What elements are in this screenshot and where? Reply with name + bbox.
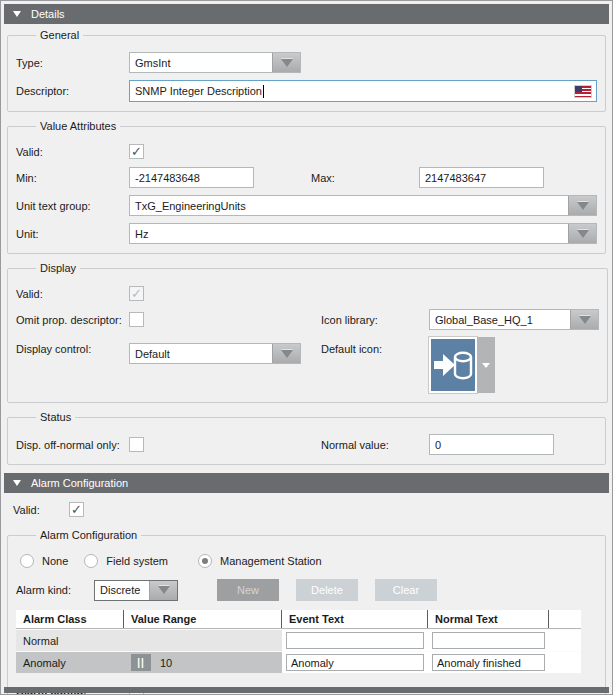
text-caret: [263, 85, 264, 98]
normal-value-input[interactable]: 0: [429, 434, 554, 455]
omit-descriptor-label: Omit prop. descriptor:: [16, 314, 129, 326]
group-general-legend: General: [36, 29, 83, 41]
checkmark-icon: [131, 287, 142, 300]
normal-text-input[interactable]: [432, 632, 545, 649]
section-header-alarm-configuration[interactable]: Alarm Configuration: [4, 473, 609, 493]
group-value-attributes: Value Attributes Valid: Min: -2147483648…: [7, 120, 606, 254]
dropdown-arrow-icon[interactable]: [272, 344, 300, 363]
default-icon-label: Default icon:: [321, 343, 429, 355]
alarm-kind-label: Alarm kind:: [16, 584, 94, 596]
alarm-valid-label: Valid:: [13, 504, 69, 516]
display-valid-label: Valid:: [16, 288, 129, 300]
normal-value: 0: [435, 439, 441, 451]
radio-circle-icon: [20, 554, 34, 568]
min-input[interactable]: -2147483648: [129, 167, 254, 188]
unit-text-group-row: Unit text group: TxG_EngineeringUnits: [16, 195, 597, 216]
value-range-value: 10: [160, 657, 172, 669]
group-general: General Type: GmsInt Descriptor: SNMP In…: [7, 29, 606, 112]
descriptor-input[interactable]: SNMP Integer Description: [129, 80, 597, 102]
cell-alarm-class: Normal: [16, 630, 124, 651]
section-header-details[interactable]: Details: [4, 4, 609, 24]
icon-library-label: Icon library:: [321, 314, 429, 326]
omit-descriptor-checkbox[interactable]: [129, 312, 144, 327]
type-dropdown-value: GmsInt: [130, 53, 272, 72]
default-icon-picker[interactable]: [429, 337, 495, 393]
min-value: -2147483648: [135, 172, 200, 184]
icon-library-dropdown[interactable]: Global_Base_HQ_1: [429, 309, 599, 330]
radio-management-station[interactable]: Management Station: [198, 554, 322, 568]
alarm-source-radio-group: None Field system Management Station: [16, 552, 597, 569]
icon-picker-arrow-icon[interactable]: [477, 337, 495, 393]
type-row: Type: GmsInt: [16, 52, 597, 73]
max-label: Max:: [311, 172, 419, 184]
table-row-anomaly[interactable]: Anomaly || 10 Anomaly Anomaly finished: [16, 652, 581, 673]
table-row-normal[interactable]: Normal: [16, 630, 581, 651]
alarm-valid-row: Valid:: [1, 502, 612, 517]
dropdown-arrow-icon[interactable]: [149, 581, 177, 600]
alarm-table-header: Alarm Class Value Range Event Text Norma…: [16, 610, 581, 629]
cell-normal-text: Anomaly finished: [428, 652, 549, 673]
section-title-details: Details: [31, 8, 65, 20]
unit-text-group-label: Unit text group:: [16, 200, 129, 212]
group-status: Status Disp. off-normal only: Normal val…: [7, 411, 606, 465]
radio-circle-icon: [84, 554, 98, 568]
alarm-class-table: Alarm Class Value Range Event Text Norma…: [16, 610, 581, 673]
type-dropdown[interactable]: GmsInt: [129, 52, 301, 73]
radio-field-system[interactable]: Field system: [84, 554, 168, 568]
valid-label: Valid:: [16, 146, 129, 158]
disp-off-normal-checkbox[interactable]: [129, 437, 144, 452]
descriptor-row: Descriptor: SNMP Integer Description: [16, 80, 597, 102]
valid-row: Valid:: [16, 143, 597, 160]
unit-text-group-value: TxG_EngineeringUnits: [130, 196, 568, 215]
status-row: Disp. off-normal only: Normal value: 0: [16, 434, 597, 455]
radio-circle-icon: [198, 554, 212, 568]
max-input[interactable]: 2147483647: [419, 167, 544, 188]
properties-panel: Details General Type: GmsInt Descriptor:…: [0, 0, 613, 695]
radio-field-system-label: Field system: [106, 555, 168, 567]
alarm-kind-row: Alarm kind: Discrete New Delete Clear: [16, 579, 597, 601]
display-control-dropdown[interactable]: Default: [129, 343, 301, 364]
group-alarm-configuration: Alarm Configuration None Field system Ma…: [7, 529, 606, 695]
header-value-range: Value Range: [124, 610, 282, 628]
cell-event-text: [282, 630, 428, 651]
header-alarm-class: Alarm Class: [16, 610, 124, 628]
new-button[interactable]: New: [217, 579, 279, 601]
unit-text-group-dropdown[interactable]: TxG_EngineeringUnits: [129, 195, 597, 216]
us-flag-icon[interactable]: [575, 86, 591, 97]
radio-management-station-label: Management Station: [220, 555, 322, 567]
radio-none-label: None: [42, 555, 68, 567]
dropdown-arrow-icon[interactable]: [568, 224, 596, 243]
normal-value-label: Normal value:: [321, 439, 429, 451]
display-control-value: Default: [130, 344, 272, 363]
dropdown-arrow-icon[interactable]: [272, 53, 300, 72]
collapse-triangle-icon: [13, 480, 21, 486]
dropdown-arrow-icon[interactable]: [568, 196, 596, 215]
dropdown-arrow-icon[interactable]: [570, 310, 598, 329]
radio-none[interactable]: None: [20, 554, 68, 568]
min-max-row: Min: -2147483648 Max: 2147483647: [16, 167, 597, 188]
value-range-operator-button[interactable]: ||: [131, 654, 151, 671]
cell-normal-text: [428, 630, 549, 651]
valid-checkbox[interactable]: [129, 144, 144, 159]
cell-value-range: || 10: [124, 652, 282, 673]
event-text-input[interactable]: [286, 632, 424, 649]
event-text-input[interactable]: Anomaly: [286, 654, 424, 671]
cell-empty: [549, 652, 581, 673]
omit-icon-library-row: Omit prop. descriptor: Icon library: Glo…: [16, 309, 599, 330]
checkmark-icon: [71, 503, 82, 516]
display-valid-row: Valid:: [16, 285, 599, 302]
delete-button[interactable]: Delete: [296, 579, 358, 601]
cell-value-range: [124, 630, 282, 651]
group-display: Display Valid: Omit prop. descriptor: Ic…: [7, 262, 608, 403]
clear-button[interactable]: Clear: [375, 579, 437, 601]
arrow-to-database-icon[interactable]: [429, 337, 477, 393]
cell-alarm-class: Anomaly: [16, 652, 124, 673]
descriptor-label: Descriptor:: [16, 85, 129, 97]
alarm-valid-checkbox[interactable]: [69, 502, 84, 517]
normal-text-input[interactable]: Anomaly finished: [432, 654, 545, 671]
alarm-kind-dropdown[interactable]: Discrete: [94, 580, 178, 601]
unit-dropdown[interactable]: Hz: [129, 223, 597, 244]
group-status-legend: Status: [36, 411, 75, 423]
collapsed-section-bar[interactable]: [4, 687, 609, 693]
icon-library-value: Global_Base_HQ_1: [430, 310, 570, 329]
